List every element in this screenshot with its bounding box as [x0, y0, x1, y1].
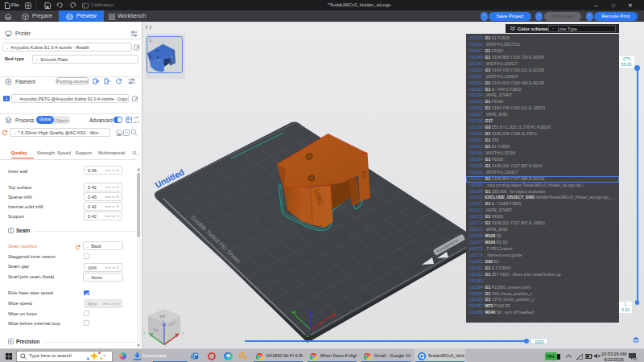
svg-text:y: y	[143, 330, 146, 335]
svg-text:x: x	[182, 331, 184, 335]
svg-text:V3: V3	[361, 170, 367, 178]
